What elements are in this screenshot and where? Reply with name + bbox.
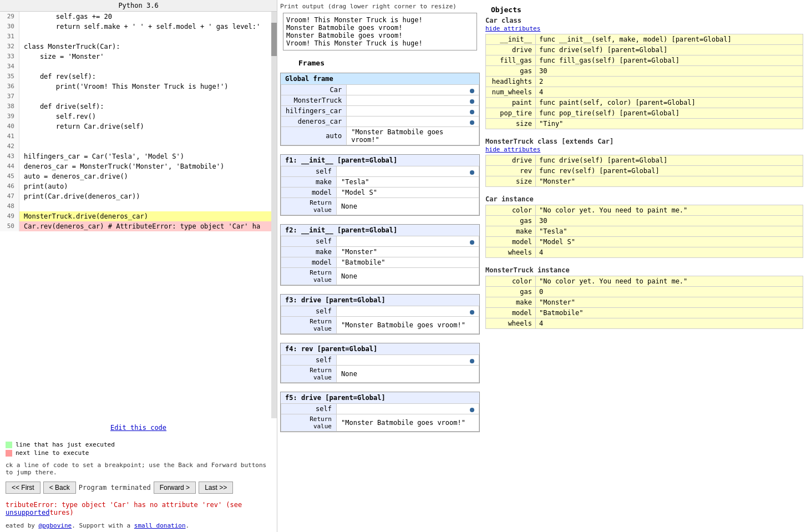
attr-row: size"Tiny" — [486, 119, 803, 129]
var-value-cell — [337, 166, 479, 177]
edit-link-area: Edit this code — [0, 418, 277, 437]
scrollbar-thumb[interactable] — [271, 23, 277, 56]
code-line-36[interactable]: 36 print('Vroom! This Monster Truck is h… — [0, 82, 277, 92]
car-instance-table: color"No color yet. You need to paint me… — [485, 205, 803, 258]
attr-name-cell: make — [486, 297, 536, 308]
line-content — [19, 201, 24, 211]
attr-name-cell: model — [486, 237, 536, 247]
attr-value-cell: "No color yet. You need to paint me." — [536, 205, 803, 216]
line-number: 29 — [0, 12, 19, 22]
line-content: self.rev() — [19, 112, 96, 121]
line-content — [19, 62, 24, 72]
code-line-48[interactable]: 48 — [0, 201, 277, 211]
line-content: class MonsterTruck(Car): — [19, 42, 120, 52]
line-content: auto = deneros_car.drive() — [19, 171, 128, 181]
first-button[interactable]: << First — [6, 482, 40, 494]
code-line-44[interactable]: 44deneros_car = MonsterTruck('Monster', … — [0, 161, 277, 171]
frame-f2: f2: __init__ [parent=Global] selfmake"Mo… — [280, 224, 480, 286]
line-number: 39 — [0, 112, 19, 121]
attr-row: pop_tirefunc pop_tire(self) [parent=Glob… — [486, 108, 803, 119]
vertical-scrollbar[interactable] — [271, 12, 277, 418]
return-value-cell: "Monster Batmobile goes vroom!" — [337, 317, 479, 334]
attr-name-cell: num_wheels — [486, 87, 536, 98]
legend-executed: line that has just executed — [6, 441, 271, 448]
attr-name-cell: rev — [486, 166, 536, 176]
code-line-34[interactable]: 34 — [0, 62, 277, 72]
print-line: Monster Batmobile goes vroom! — [286, 32, 474, 39]
frame-var-row: self — [281, 306, 479, 317]
frame-f3-table: selfReturnvalue"Monster Batmobile goes v… — [281, 306, 479, 334]
code-line-35[interactable]: 35 def rev(self): — [0, 72, 277, 82]
line-number: 38 — [0, 102, 19, 112]
line-number: 30 — [0, 22, 19, 32]
attr-value-cell: "No color yet. You need to paint me." — [536, 276, 803, 287]
print-output-container: Print output (drag lower right corner to… — [280, 3, 480, 53]
frame-var-row: self — [281, 166, 479, 177]
code-line-38[interactable]: 38 def drive(self): — [0, 102, 277, 112]
attr-row: revfunc rev(self) [parent=Global] — [486, 166, 803, 176]
code-line-42[interactable]: 42 — [0, 141, 277, 151]
line-content: return Car.drive(self) — [19, 121, 144, 131]
code-line-29[interactable]: 29 self.gas += 20 — [0, 12, 277, 22]
code-line-47[interactable]: 47print(Car.drive(deneros_car)) — [0, 191, 277, 201]
error-message: tributeError: type object 'Car' has no a… — [0, 498, 277, 519]
frames-area[interactable]: Global frame CarMonsterTruckhilfingers_c… — [277, 70, 483, 532]
frame-f3-title: f3: drive [parent=Global] — [281, 295, 479, 306]
monster-truck-class-hide-link[interactable]: hide attributes — [485, 146, 540, 153]
back-button[interactable]: < Back — [43, 482, 76, 494]
breakpoint-instruction: ck a line of code to set a breakpoint; u… — [0, 460, 277, 477]
code-line-31[interactable]: 31 — [0, 32, 277, 42]
code-line-39[interactable]: 39 self.rev() — [0, 112, 277, 121]
forward-button[interactable]: Forward > — [154, 482, 196, 494]
attr-name-cell: pop_tire — [486, 108, 536, 119]
last-button[interactable]: Last >> — [199, 482, 233, 494]
var-name-cell: self — [281, 404, 337, 414]
global-frame-table: CarMonsterTruckhilfingers_cardeneros_car… — [281, 84, 479, 145]
monster-truck-class-table: drivefunc drive(self) [parent=Global]rev… — [485, 155, 803, 187]
attr-name-cell: paint — [486, 98, 536, 108]
code-line-40[interactable]: 40 return Car.drive(self) — [0, 121, 277, 131]
attr-value-cell: func __init__(self, make, model) [parent… — [536, 34, 803, 45]
var-name-cell: auto — [281, 127, 347, 145]
line-content: print(Car.drive(deneros_car)) — [19, 191, 140, 201]
print-line: Vroom! This Monster Truck is huge! — [286, 16, 474, 24]
var-name-cell: Car — [281, 85, 347, 95]
print-output-box: Vroom! This Monster Truck is huge!Monste… — [283, 13, 477, 50]
var-name-cell: self — [281, 166, 337, 177]
attr-value-cell: "Model S" — [536, 237, 803, 247]
donate-link[interactable]: small donation — [134, 522, 186, 529]
line-number: 42 — [0, 141, 19, 151]
monster-truck-instance-title: MonsterTruck instance — [485, 266, 803, 274]
code-line-43[interactable]: 43hilfingers_car = Car('Tesla', 'Model S… — [0, 151, 277, 161]
attr-value-cell: func rev(self) [parent=Global] — [536, 166, 803, 176]
monster-truck-class-section: MonsterTruck class [extends Car] hide at… — [485, 138, 803, 187]
code-line-41[interactable]: 41 — [0, 131, 277, 141]
attr-name-cell: wheels — [486, 247, 536, 258]
attr-name-cell: color — [486, 205, 536, 216]
attr-row: model"Model S" — [486, 237, 803, 247]
attr-value-cell: "Monster" — [536, 176, 803, 187]
error-suffix: tures) — [49, 509, 73, 516]
edit-code-link[interactable]: Edit this code — [110, 424, 166, 432]
code-line-30[interactable]: 30 return self.make + ' ' + self.model +… — [0, 22, 277, 32]
code-line-33[interactable]: 33 size = 'Monster' — [0, 52, 277, 62]
attr-row: fill_gasfunc fill_gas(self) [parent=Glob… — [486, 55, 803, 66]
attr-value-cell: func fill_gas(self) [parent=Global] — [536, 55, 803, 66]
code-line-50[interactable]: 50Car.rev(deneros_car) # AttributeError:… — [0, 221, 277, 231]
return-value-cell: None — [337, 268, 479, 285]
return-row: ReturnvalueNone — [281, 366, 479, 383]
code-line-49[interactable]: 49MonsterTruck.drive(deneros_car) — [0, 211, 277, 221]
frame-f4-table: selfReturnvalueNone — [281, 354, 479, 383]
code-line-37[interactable]: 37 — [0, 92, 277, 102]
code-line-32[interactable]: 32class MonsterTruck(Car): — [0, 42, 277, 52]
author-link[interactable]: @pgbovine — [39, 522, 72, 529]
frame-var-row: model"Model S" — [281, 188, 479, 198]
code-line-45[interactable]: 45auto = deneros_car.drive() — [0, 171, 277, 181]
attr-row: paintfunc paint(self, color) [parent=Glo… — [486, 98, 803, 108]
line-number: 46 — [0, 181, 19, 191]
pointer-dot — [470, 170, 474, 175]
unsupported-link[interactable]: unsupported — [6, 509, 49, 516]
line-number: 40 — [0, 121, 19, 131]
code-line-46[interactable]: 46print(auto) — [0, 181, 277, 191]
car-class-hide-link[interactable]: hide attributes — [485, 25, 540, 32]
